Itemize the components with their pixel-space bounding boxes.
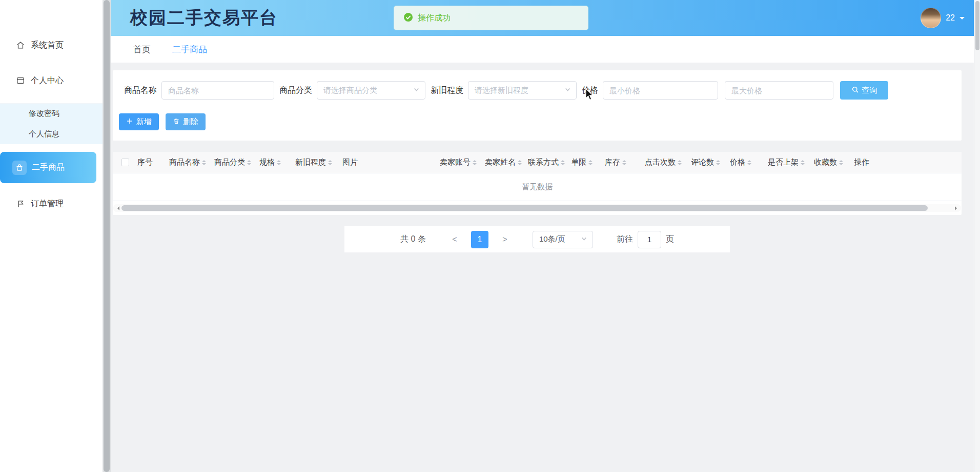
column-label: 收藏数 <box>814 158 837 167</box>
sidebar-item-个人中心[interactable]: 个人中心 <box>0 68 103 93</box>
column-label: 库存 <box>605 158 620 167</box>
column-header-图片: 图片 <box>342 158 440 167</box>
search-button-label: 查询 <box>862 86 877 95</box>
sort-caret-icon[interactable] <box>473 158 477 167</box>
sort-caret-icon[interactable] <box>588 158 593 167</box>
app-header: 校园二手交易平台 操作成功 22 <box>111 0 980 36</box>
sidebar-item-label: 修改密码 <box>29 109 59 119</box>
column-header-评论数[interactable]: 评论数 <box>691 158 730 167</box>
page-size-select[interactable]: 10条/页 <box>533 231 593 248</box>
goto-page-input[interactable] <box>638 231 661 248</box>
page-size-value: 10条/页 <box>539 234 565 244</box>
sidebar-item-label: 订单管理 <box>31 199 64 209</box>
sort-caret-icon[interactable] <box>801 158 805 167</box>
column-header-商品名称[interactable]: 商品名称 <box>169 158 214 167</box>
sidebar-item-个人信息[interactable]: 个人信息 <box>0 124 103 144</box>
sidebar-item-label: 二手商品 <box>32 162 65 173</box>
column-header-单限[interactable]: 单限 <box>571 158 605 167</box>
tab-bar: 首页二手商品 <box>111 36 980 63</box>
sidebar-item-label: 个人信息 <box>29 129 59 139</box>
column-label: 单限 <box>571 158 586 167</box>
chevron-down-icon <box>959 17 965 22</box>
tab-二手商品[interactable]: 二手商品 <box>172 44 207 55</box>
category-select[interactable]: 请选择商品分类 <box>317 81 425 100</box>
sidebar-item-label: 系统首页 <box>31 40 64 51</box>
prev-page-button[interactable]: < <box>447 235 462 244</box>
column-header-卖家姓名[interactable]: 卖家姓名 <box>485 158 528 167</box>
next-page-button[interactable]: > <box>498 235 512 244</box>
pagination-total: 共 0 条 <box>400 234 426 245</box>
column-label: 卖家账号 <box>440 158 471 167</box>
goto-suffix: 页 <box>666 234 674 245</box>
add-button[interactable]: 新增 <box>119 113 159 130</box>
sort-caret-icon[interactable] <box>202 158 206 167</box>
sort-caret-icon[interactable] <box>247 158 251 167</box>
goto-label: 前往 <box>617 234 633 245</box>
max-price-input[interactable] <box>725 81 833 100</box>
add-button-label: 新增 <box>136 117 152 127</box>
table-empty-row: 暂无数据 <box>113 173 962 201</box>
column-label: 商品分类 <box>214 158 245 167</box>
search-button[interactable]: 查询 <box>840 81 888 100</box>
column-label: 卖家姓名 <box>485 158 516 167</box>
sort-caret-icon[interactable] <box>678 158 682 167</box>
sidebar-item-订单管理[interactable]: 订单管理 <box>0 191 103 216</box>
success-check-icon <box>403 12 413 24</box>
column-label: 点击次数 <box>645 158 676 167</box>
sidebar-scrollbar-thumb[interactable] <box>104 0 110 472</box>
column-label: 联系方式 <box>528 158 559 167</box>
sort-caret-icon[interactable] <box>747 158 751 167</box>
window-scrollbar-thumb[interactable] <box>975 1 979 50</box>
column-header-收藏数[interactable]: 收藏数 <box>814 158 854 167</box>
chevron-down-icon <box>564 86 571 95</box>
app-title: 校园二手交易平台 <box>130 6 278 30</box>
sort-caret-icon[interactable] <box>839 158 843 167</box>
sidebar-item-二手商品[interactable]: 二手商品 <box>0 152 96 183</box>
scroll-right-icon[interactable] <box>955 206 959 210</box>
delete-button-label: 删除 <box>183 117 198 127</box>
action-row: 新增 删除 <box>119 113 952 130</box>
column-header-新旧程度[interactable]: 新旧程度 <box>295 158 342 167</box>
column-header-序号: 序号 <box>137 158 169 167</box>
horizontal-scrollbar-thumb[interactable] <box>121 205 928 211</box>
category-label: 商品分类 <box>279 85 312 96</box>
column-header-规格[interactable]: 规格 <box>259 158 295 167</box>
column-header-联系方式[interactable]: 联系方式 <box>528 158 571 167</box>
column-header-价格[interactable]: 价格 <box>730 158 768 167</box>
goods-icon <box>12 161 27 175</box>
window-scrollbar[interactable] <box>974 0 980 472</box>
tab-首页[interactable]: 首页 <box>133 44 151 55</box>
home-icon <box>15 40 26 50</box>
column-header-卖家账号[interactable]: 卖家账号 <box>440 158 485 167</box>
condition-select[interactable]: 请选择新旧程度 <box>468 81 577 100</box>
user-menu[interactable]: 22 <box>921 0 965 36</box>
horizontal-scrollbar[interactable] <box>113 204 961 212</box>
column-label: 商品名称 <box>169 158 200 167</box>
sort-caret-icon[interactable] <box>622 158 626 167</box>
scroll-left-icon[interactable] <box>115 206 119 210</box>
sort-caret-icon[interactable] <box>561 158 565 167</box>
column-header-是否上架[interactable]: 是否上架 <box>768 158 814 167</box>
product-name-input[interactable] <box>161 81 274 100</box>
column-header-商品分类[interactable]: 商品分类 <box>214 158 259 167</box>
sort-caret-icon[interactable] <box>518 158 522 167</box>
column-label: 序号 <box>137 158 153 167</box>
sidebar-item-系统首页[interactable]: 系统首页 <box>0 33 103 57</box>
column-header-库存[interactable]: 库存 <box>605 158 645 167</box>
column-header-点击次数[interactable]: 点击次数 <box>645 158 691 167</box>
delete-button[interactable]: 删除 <box>166 113 206 130</box>
user-name: 22 <box>946 13 955 23</box>
flag-icon <box>15 199 26 209</box>
min-price-input[interactable] <box>603 81 718 100</box>
pagination: 共 0 条 < 1 > 10条/页 前往 页 <box>344 226 730 252</box>
sort-caret-icon[interactable] <box>277 158 281 167</box>
column-label: 是否上架 <box>768 158 799 167</box>
sort-caret-icon[interactable] <box>328 158 332 167</box>
sort-caret-icon[interactable] <box>716 158 720 167</box>
current-page-button[interactable]: 1 <box>471 231 488 248</box>
select-all-checkbox[interactable] <box>121 159 129 166</box>
main-area: 校园二手交易平台 操作成功 22 首页二手商品 商品名称 商品分类 请选择商品分… <box>111 0 980 472</box>
sidebar-item-修改密码[interactable]: 修改密码 <box>0 103 103 124</box>
avatar[interactable] <box>921 8 941 28</box>
sidebar-scrollbar[interactable] <box>103 0 111 472</box>
